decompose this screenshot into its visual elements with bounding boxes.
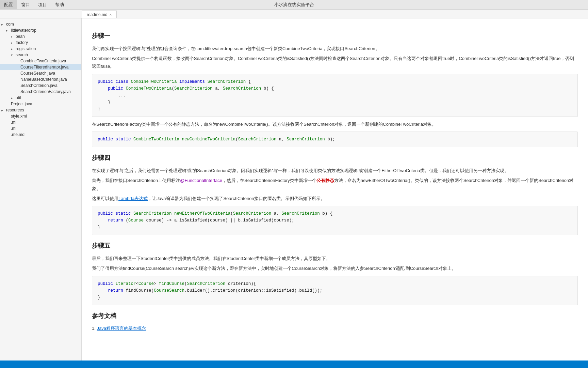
sidebar-item-label-SearchCriterion: SearchCriterion.java <box>20 83 58 88</box>
step3-p1: 我们再实现一个按照逻辑'与'处理的组合查询条件，在com.littlewater… <box>92 45 578 52</box>
status-bar <box>0 361 588 368</box>
step5-p2: 我们了借用方法findCourse(CourseSearch search)来实… <box>92 264 578 272</box>
sidebar-item-label-com: com <box>6 22 14 27</box>
step4-p1: 在实现了逻辑'与'之后，我们还需要一个处理逻辑'或'的SearchCriteri… <box>92 167 578 174</box>
step3-p3: 在SearchCriterionFactory类中新增一个公有的静态方法，命名为… <box>92 120 578 128</box>
sidebar-item-label-readmemd: .me.md <box>11 132 24 137</box>
sidebar-item-label-xml1: .ml <box>11 120 16 125</box>
sidebar-item-label-search: search <box>16 52 28 57</box>
sidebar-item-NameBasedCriterion[interactable]: NameBasedCriterion.java <box>0 76 81 82</box>
sidebar-item-label-bean: bean <box>16 34 25 39</box>
tree-arrow-resources: ▸ <box>1 108 5 112</box>
tree-arrow-registration: ▸ <box>11 47 14 51</box>
sidebar-item-label-factory: factory <box>16 40 28 45</box>
sidebar-item-label-xml2: .ml <box>11 126 16 131</box>
sidebar-item-CourseFilteredIterator[interactable]: CourseFilteredIterator.java <box>0 64 81 70</box>
tree-arrow-util: ▸ <box>11 96 14 100</box>
tab-close-button[interactable]: × <box>110 13 112 17</box>
step5-heading: 步骤五 <box>92 241 578 251</box>
sidebar-item-search[interactable]: ▾search <box>0 52 81 58</box>
content-area: 步骤一 我们再实现一个按照逻辑'与'处理的组合查询条件，在com.littlew… <box>82 18 588 361</box>
menu-project[interactable]: 项目 <box>34 0 51 9</box>
step3-heading: 步骤一 <box>92 31 578 41</box>
sidebar-item-com[interactable]: ▸com <box>0 21 81 27</box>
bold-text: 公有静态 <box>316 178 334 183</box>
tab-readme[interactable]: readme.md × <box>82 11 117 18</box>
sidebar-item-resources[interactable]: ▸resources <box>0 107 81 113</box>
sidebar-item-label-CourseSearch: CourseSearch.java <box>20 71 55 76</box>
sidebar-item-registration[interactable]: ▸registration <box>0 46 81 52</box>
sidebar-item-label-util: util <box>16 95 21 100</box>
file-tree: ▸com▸littlewaterdrop▸bean▸factory▸regist… <box>0 20 81 138</box>
sidebar: ▸com▸littlewaterdrop▸bean▸factory▸regist… <box>0 18 82 361</box>
code-block-4: public Iterator<Course> findCourse(Searc… <box>92 276 578 305</box>
main-area: ▸com▸littlewaterdrop▸bean▸factory▸regist… <box>0 18 588 361</box>
step3-p2: CombineTwoCriteria类提供一个构造函数，接收两个SearchCr… <box>92 55 578 71</box>
sidebar-item-CourseSearch[interactable]: CourseSearch.java <box>0 70 81 76</box>
sidebar-item-label-resources: resources <box>6 108 24 112</box>
code-block-1: public class CombineTwoCriteria implemen… <box>92 74 578 117</box>
code-block-3: public static SearchCriterion newEitherO… <box>92 206 578 235</box>
tree-arrow-bean: ▸ <box>11 35 14 39</box>
menu-help[interactable]: 帮助 <box>51 0 68 9</box>
menu-window[interactable]: 窗口 <box>17 0 34 9</box>
sidebar-item-readmemd[interactable]: .me.md <box>0 132 81 138</box>
step4-p2: 首先，我们在接口SearchCriterion上使用标注@FunctionalI… <box>92 177 578 193</box>
tab-bar: readme.md × <box>0 10 588 18</box>
annotation-text: @FunctionalInterface <box>180 178 222 183</box>
sidebar-item-label-SearchCriterionFactory: SearchCriterionFactory.java <box>20 89 71 94</box>
tree-arrow-littlewaterdrop: ▸ <box>6 29 10 32</box>
sidebar-item-littlewaterdrop[interactable]: ▸littlewaterdrop <box>0 27 81 33</box>
app-title: 小水滴在线实验平台 <box>274 2 314 8</box>
title-bar: 配置 窗口 项目 帮助 小水滴在线实验平台 <box>0 0 588 10</box>
menu-config[interactable]: 配置 <box>0 0 17 9</box>
sidebar-item-factory[interactable]: ▸factory <box>0 40 81 46</box>
sidebar-item-xml2[interactable]: .ml <box>0 125 81 132</box>
tree-arrow-search: ▾ <box>11 53 14 57</box>
sidebar-item-label-style_xml: style.xml <box>11 114 27 119</box>
tree-arrow-factory: ▸ <box>11 41 14 45</box>
sidebar-item-SearchCriterionFactory[interactable]: SearchCriterionFactory.java <box>0 89 81 95</box>
sidebar-item-label-CourseFilteredIterator: CourseFilteredIterator.java <box>20 65 68 70</box>
tab-label: readme.md <box>87 12 108 17</box>
sidebar-item-xml1[interactable]: .ml <box>0 119 81 125</box>
sidebar-item-ProjectJava[interactable]: Project.java <box>0 101 81 107</box>
sidebar-item-style_xml[interactable]: style.xml <box>0 113 81 119</box>
sidebar-item-label-registration: registration <box>16 46 36 51</box>
sidebar-item-label-littlewaterdrop: littlewaterdrop <box>11 28 36 33</box>
sidebar-item-bean[interactable]: ▸bean <box>0 33 81 40</box>
step5-p1: 最后，我们再来整理一下StudentCenter类中提供的成员方法。我们在Stu… <box>92 255 578 262</box>
sidebar-item-util[interactable]: ▸util <box>0 95 81 101</box>
sidebar-item-label-ProjectJava: Project.java <box>11 102 32 106</box>
sidebar-item-label-NameBasedCriterion: NameBasedCriterion.java <box>20 77 67 82</box>
step4-p3: 这里可以使用Lambda表达式，让Java编译器为我们创建一个实现了Search… <box>92 195 578 202</box>
sidebar-item-label-CombineTwoCriteria: CombineTwoCriteria.java <box>20 59 66 63</box>
menu-bar[interactable]: 配置 窗口 项目 帮助 <box>0 0 68 9</box>
ref-list: 1. Java程序语言的基本概念 <box>92 324 578 332</box>
step4-heading: 步骤四 <box>92 153 578 163</box>
sidebar-item-CombineTwoCriteria[interactable]: CombineTwoCriteria.java <box>0 58 81 64</box>
ref-link-1[interactable]: Java程序语言的基本概念 <box>97 326 146 331</box>
ref-heading: 参考文档 <box>92 311 578 321</box>
lambda-link[interactable]: Lambda表达式 <box>118 196 148 201</box>
sidebar-item-SearchCriterion[interactable]: SearchCriterion.java <box>0 82 81 89</box>
tree-arrow-com: ▸ <box>1 22 5 26</box>
code-block-2: public static CombineTwoCriteria newComb… <box>92 132 578 147</box>
